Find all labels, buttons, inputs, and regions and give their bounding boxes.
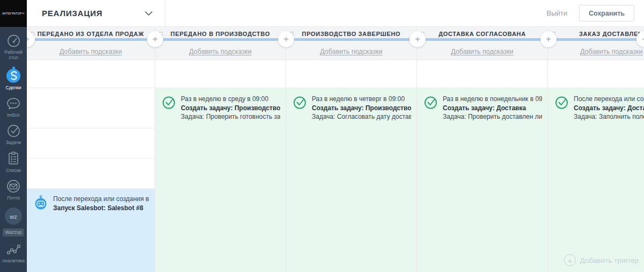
stage-color-bar [286,38,416,41]
stage-column-2: ПЕРЕДАНО В ПРОИЗВОДСТВО Добавить подсказ… [155,27,286,272]
stage-color-bar [548,38,644,41]
trigger-condition: После перехода или создания в э [574,95,644,104]
add-hints-link[interactable]: Добавить подсказки [451,48,513,55]
trigger-task-text: Задача: Заполнить поле дата м [574,112,644,121]
stage-color-bar [155,38,286,41]
sidebar: ИНТЕГРАТОР™ Рабочий стол Сделки imBox З [0,0,27,272]
sidebar-item-label: Рабочий стол [0,49,27,60]
trigger-condition: После перехода или создания в этапе [53,195,149,204]
task-trigger-card[interactable]: Раз в неделю в четверг в 09:00 Создать з… [286,88,416,272]
pipeline-board: ПЕРЕДАНО ИЗ ОТДЕЛА ПРОДАЖ Добавить подск… [27,27,644,272]
stage-header: ЗАКАЗ ДОСТАВЛЕН Добавить подсказки [548,27,644,60]
pipeline-cell [548,60,644,88]
sidebar-item-label: Аналитика [2,258,25,263]
pipeline-cell [27,128,155,159]
plus-circle-icon: + [564,254,576,266]
dashboard-icon [6,33,21,48]
sidebar-item-label: Сделки [6,85,21,90]
pipeline-selector[interactable]: РЕАЛИЗАЦИЯ [27,0,165,26]
sidebar-item-label: Wazzup [3,228,24,236]
trigger-condition: Раз в неделю в среду в 09:00 [181,95,280,104]
salesbot-trigger-card[interactable]: После перехода или создания в этапе Запу… [27,189,155,272]
pipeline-cell [27,159,155,189]
sidebar-item-label: Почта [7,195,20,201]
stage-title: ДОСТАВКА СОГЛАСОВАНА [417,31,547,37]
stage-header: ПЕРЕДАНО ИЗ ОТДЕЛА ПРОДАЖ Добавить подск… [27,27,155,60]
task-trigger-card[interactable]: Раз в неделю в понедельник в 09:00 Созда… [417,88,547,272]
add-hints-link[interactable]: Добавить подсказки [189,48,251,55]
sidebar-item-wazzup[interactable]: wz Wazzup [0,206,27,236]
salesbot-robot-icon [33,195,48,212]
trigger-action: Создать задачу: Производство [312,104,411,113]
sidebar-item-analytics[interactable]: Аналитика [0,242,27,263]
trigger-condition: Раз в неделю в понедельник в 09:00 [443,95,542,104]
stage-header: ДОСТАВКА СОГЛАСОВАНА Добавить подсказки [417,27,547,60]
sidebar-item-mail[interactable]: Почта [0,179,27,201]
stage-title: ПЕРЕДАНО ИЗ ОТДЕЛА ПРОДАЖ [27,31,155,37]
deals-icon [5,66,21,83]
task-check-icon [162,95,176,112]
add-trigger-button[interactable]: + Добавить триггер [564,254,639,266]
task-trigger-card[interactable]: Раз в неделю в среду в 09:00 Создать зад… [155,88,286,272]
add-hints-link[interactable]: Добавить подсказки [60,48,122,55]
task-check-icon [292,95,307,112]
stage-title: ЗАКАЗ ДОСТАВЛЕН [548,31,644,37]
analytics-icon [6,242,21,256]
topbar: РЕАЛИЗАЦИЯ Выйти Сохранить [27,0,644,27]
add-stage-button[interactable]: + [540,31,557,47]
task-trigger-card[interactable]: После перехода или создания в э Создать … [548,88,644,272]
trigger-condition: Раз в неделю в четверг в 09:00 [312,95,411,104]
tasks-icon [6,124,21,138]
sidebar-item-tasks[interactable]: Задачи [0,124,27,145]
chat-icon [6,97,21,111]
trigger-action: Запуск Salesbot: Salesbot #8 [53,204,149,213]
trigger-action: Создать задачу: Доставка [574,104,644,113]
task-check-icon [554,95,569,112]
pipeline-title: РЕАЛИЗАЦИЯ [42,9,144,18]
task-check-icon [423,95,438,112]
trigger-task-text: Задача: Проверить готовность заказа [181,112,280,121]
mail-icon [6,179,21,194]
topbar-actions: Выйти Сохранить [547,5,644,22]
lists-icon [6,151,20,166]
pipeline-cell [27,88,155,128]
save-button[interactable]: Сохранить [579,5,634,22]
sidebar-item-label: imBox [7,112,20,118]
pipeline-cell [417,60,547,88]
add-stage-button[interactable]: + [147,31,163,47]
wazzup-icon: wz [4,206,23,226]
sidebar-item-label: Списки [6,168,21,173]
sidebar-item-deals[interactable]: Сделки [0,66,27,90]
trigger-task-text: Задача: Проверить доставлен ли заказ и… [443,112,542,121]
svg-text:wz: wz [9,213,17,220]
sidebar-item-dashboard[interactable]: Рабочий стол [0,33,27,60]
stage-column-3: ПРОИЗВОДСТВО ЗАВЕРШЕНО Добавить подсказк… [286,27,417,272]
chevron-down-icon [144,9,153,18]
stage-column-5: ЗАКАЗ ДОСТАВЛЕН Добавить подсказки После… [548,27,644,272]
trigger-action: Создать задачу: Доставка [443,104,542,113]
sidebar-item-imbox[interactable]: imBox [0,97,27,118]
sidebar-nav: Рабочий стол Сделки imBox Задачи Списки [0,27,27,269]
add-trigger-label: Добавить триггер [580,256,639,264]
trigger-task-text: Задача: Согласовать дату доставки с кли… [312,112,411,121]
app-logo[interactable]: ИНТЕГРАТОР™ [0,0,27,27]
stage-title: ПРОИЗВОДСТВО ЗАВЕРШЕНО [286,31,416,37]
logo-text: ИНТЕГРАТОР™ [2,12,25,15]
stage-color-bar [417,38,547,41]
trigger-action: Создать задачу: Производство [181,104,280,113]
stage-title: ПЕРЕДАНО В ПРОИЗВОДСТВО [155,31,286,37]
stage-column-4: ДОСТАВКА СОГЛАСОВАНА Добавить подсказки … [417,27,548,272]
sidebar-item-label: Задачи [6,140,21,145]
stage-header: ПЕРЕДАНО В ПРОИЗВОДСТВО Добавить подсказ… [155,27,286,60]
logout-link[interactable]: Выйти [547,9,568,17]
add-hints-link[interactable]: Добавить подсказки [320,48,382,55]
stage-column-1: ПЕРЕДАНО ИЗ ОТДЕЛА ПРОДАЖ Добавить подск… [27,27,155,272]
add-hints-link[interactable]: Добавить подсказки [580,48,642,55]
pipeline-cell [286,60,416,88]
pipeline-cell [155,60,286,88]
add-stage-button[interactable]: + [409,31,426,47]
pipeline-cell [27,60,155,88]
stage-header: ПРОИЗВОДСТВО ЗАВЕРШЕНО Добавить подсказк… [286,27,416,60]
sidebar-item-lists[interactable]: Списки [0,151,27,173]
add-stage-button[interactable]: + [278,31,294,47]
